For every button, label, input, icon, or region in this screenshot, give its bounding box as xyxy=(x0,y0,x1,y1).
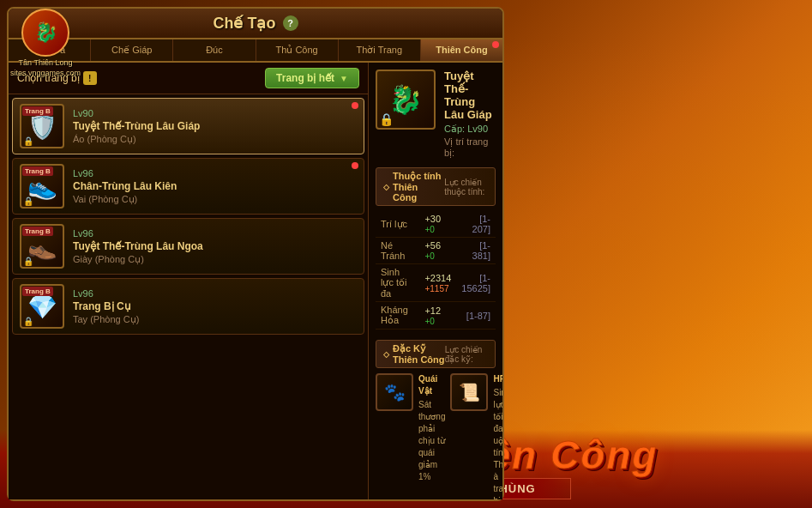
stat-value: +2314 +1157 xyxy=(419,264,456,302)
equip-icon: 💎 Trang B 🔒 xyxy=(20,284,64,329)
equip-level: Lv96 xyxy=(73,228,357,239)
equip-level: Lv96 xyxy=(73,288,357,299)
stat-value: +12 +0 xyxy=(419,302,456,330)
special-header: Đặc Kỹ Thiên Công Lực chiến đặc kỹ: xyxy=(376,340,496,368)
item-position: Vị trí trang bị: xyxy=(444,136,496,159)
lock-icon: 🔒 xyxy=(23,257,33,266)
stat-range: [1-87] xyxy=(456,302,496,330)
equip-type: Áo (Phòng Cụ) xyxy=(73,134,357,145)
equip-details: Lv96 Chân-Trùng Lâu Kiên Vai (Phòng Cụ) xyxy=(73,168,357,205)
special-item: 🐾 Quái Vật Sát thương phải chịu từ quái … xyxy=(376,373,445,499)
equip-icon: 🛡️ Trang B 🔒 xyxy=(20,104,64,148)
main-panel: Chế Tạo ? May Vá Chế Giáp Đúc Thủ Công T… xyxy=(7,7,504,501)
equip-badge: Trang B xyxy=(22,227,53,236)
lock-icon: 🔒 xyxy=(23,317,33,326)
equip-item[interactable]: 💎 Trang B 🔒 Lv96 Trang Bị Cụ Tay (Phòng … xyxy=(12,278,364,335)
help-button[interactable]: ? xyxy=(283,15,298,31)
equip-dot xyxy=(352,102,358,109)
stat-row: Sinh lực tối đa +2314 +1157 [1-15625] xyxy=(376,264,496,302)
item-header: 🐉 🔒 Tuyệt Thế-Trùng Lâu Giáp Cấp: Lv90 V… xyxy=(376,70,496,159)
logo-icon: 🐉 xyxy=(21,9,69,57)
stat-row: Kháng Hỏa +12 +0 [1-87] xyxy=(376,302,496,330)
equip-item[interactable]: 👞 Trang B 🔒 Lv96 Tuyệt Thế-Trùng Lâu Ngo… xyxy=(12,218,364,275)
special-item: 📜 HP Sinh lực tối đa uộc tính Thiê à tra… xyxy=(450,373,502,499)
attributes-subtitle: Lực chiến thuộc tính: xyxy=(444,178,488,197)
tab-bar: May Vá Chế Giáp Đúc Thủ Công Thời Trang … xyxy=(9,39,502,63)
stat-name: Trí lực xyxy=(376,211,419,238)
equip-icon: 👞 Trang B 🔒 xyxy=(20,224,64,269)
title-bar: Chế Tạo ? xyxy=(9,9,502,39)
special-icon: 🐾 xyxy=(376,373,413,411)
equip-type: Vai (Phòng Cụ) xyxy=(73,194,357,205)
content-area: Chọn trang bị ! Trang bị hết ▼ 🛡️ Trang … xyxy=(9,63,502,499)
equip-badge: Trang B xyxy=(22,166,53,176)
special-label: Quái Vật xyxy=(418,373,445,397)
equip-name: Trang Bị Cụ xyxy=(73,300,357,312)
attributes-header: Thuộc tính Thiên Công Lực chiến thuộc tí… xyxy=(376,167,496,206)
special-desc: HP Sinh lực tối đa uộc tính Thiê à trang… xyxy=(493,373,502,499)
warning-icon: ! xyxy=(83,71,97,85)
stat-range: [1-207] xyxy=(456,211,496,238)
equip-list[interactable]: 🛡️ Trang B 🔒 Lv90 Tuyệt Thế-Trùng Lâu Gi… xyxy=(9,94,368,499)
logo-area: 🐉 Tân Thiên Long sites.vnggames.com xyxy=(10,9,81,77)
equip-name: Chân-Trùng Lâu Kiên xyxy=(73,180,357,192)
stat-bonus: +0 xyxy=(424,225,434,234)
stat-value: +56 +0 xyxy=(419,238,456,264)
equip-details: Lv96 Trang Bị Cụ Tay (Phòng Cụ) xyxy=(73,288,357,325)
equip-item[interactable]: 🛡️ Trang B 🔒 Lv90 Tuyệt Thế-Trùng Lâu Gi… xyxy=(12,98,364,154)
equip-name: Tuyệt Thế-Trùng Lâu Ngoa xyxy=(73,240,357,252)
equip-name: Tuyệt Thế-Trùng Lâu Giáp xyxy=(73,120,357,132)
equip-type: Tay (Phòng Cụ) xyxy=(73,314,357,325)
equip-type: Giày (Phòng Cụ) xyxy=(73,254,357,265)
stat-bonus: +1157 xyxy=(424,284,448,293)
special-title: Đặc Kỹ Thiên Công xyxy=(383,343,445,365)
stats-table: Trí lực +30 +0 [1-207] Né Tránh +56 +0 [… xyxy=(376,211,496,330)
stat-bonus: +0 xyxy=(424,317,434,326)
right-panel: 🐉 🔒 Tuyệt Thế-Trùng Lâu Giáp Cấp: Lv90 V… xyxy=(369,63,502,499)
stat-bonus: +0 xyxy=(424,251,434,261)
equip-level: Lv96 xyxy=(73,168,357,178)
logo-text: Tân Thiên Long xyxy=(19,58,73,67)
stat-name: Kháng Hỏa xyxy=(376,302,419,330)
stat-row: Trí lực +30 +0 [1-207] xyxy=(376,211,496,238)
left-panel: Chọn trang bị ! Trang bị hết ▼ 🛡️ Trang … xyxy=(9,63,369,499)
item-big-icon: 🐉 🔒 xyxy=(376,70,436,130)
item-lock-icon: 🔒 xyxy=(379,112,394,126)
stat-value: +30 +0 xyxy=(419,211,456,238)
item-level: Cấp: Lv90 xyxy=(444,124,496,135)
tab-thoi-trang[interactable]: Thời Trang xyxy=(339,39,421,61)
special-desc: Quái Vật Sát thương phải chịu từ quái gi… xyxy=(418,373,445,499)
equip-badge: Trang B xyxy=(22,106,53,116)
equip-details: Lv90 Tuyệt Thế-Trùng Lâu Giáp Áo (Phòng … xyxy=(73,108,357,145)
item-title: Tuyệt Thế-Trùng Lâu Giáp xyxy=(444,70,496,121)
stat-range: [1-15625] xyxy=(456,264,496,302)
stat-row: Né Tránh +56 +0 [1-381] xyxy=(376,238,496,264)
special-icon: 📜 xyxy=(450,373,488,411)
equip-dropdown[interactable]: Trang bị hết ▼ xyxy=(265,68,359,88)
tab-thu-cong[interactable]: Thủ Công xyxy=(256,39,339,61)
tab-che-giap[interactable]: Chế Giáp xyxy=(91,39,173,61)
lock-icon: 🔒 xyxy=(23,197,33,206)
equip-dot xyxy=(352,162,358,169)
equip-details: Lv96 Tuyệt Thế-Trùng Lâu Ngoa Giày (Phòn… xyxy=(73,228,357,265)
equip-level: Lv90 xyxy=(73,108,357,118)
equip-badge: Trang B xyxy=(22,287,53,296)
stat-name: Né Tránh xyxy=(376,238,419,264)
item-info: Tuyệt Thế-Trùng Lâu Giáp Cấp: Lv90 Vị tr… xyxy=(444,70,496,159)
stat-range: [1-381] xyxy=(456,238,496,264)
dropdown-arrow-icon: ▼ xyxy=(340,74,348,83)
tab-duc[interactable]: Đúc xyxy=(173,39,256,61)
equip-icon: 👟 Trang B 🔒 xyxy=(20,164,64,209)
special-subtitle: Lực chiến đặc kỹ: xyxy=(445,345,488,364)
stat-name: Sinh lực tối đa xyxy=(376,264,419,302)
tab-thien-cong[interactable]: Thiên Công xyxy=(421,39,502,61)
logo-subtext: sites.vnggames.com xyxy=(10,69,81,77)
tab-notification xyxy=(492,41,499,48)
special-items: 🐾 Quái Vật Sát thương phải chịu từ quái … xyxy=(376,373,496,499)
panel-title: Chế Tạo xyxy=(214,14,276,33)
special-label: HP xyxy=(493,373,502,385)
lock-icon: 🔒 xyxy=(23,136,33,146)
equip-item[interactable]: 👟 Trang B 🔒 Lv96 Chân-Trùng Lâu Kiên Vai… xyxy=(12,158,364,215)
attributes-title: Thuộc tính Thiên Công xyxy=(383,171,444,203)
